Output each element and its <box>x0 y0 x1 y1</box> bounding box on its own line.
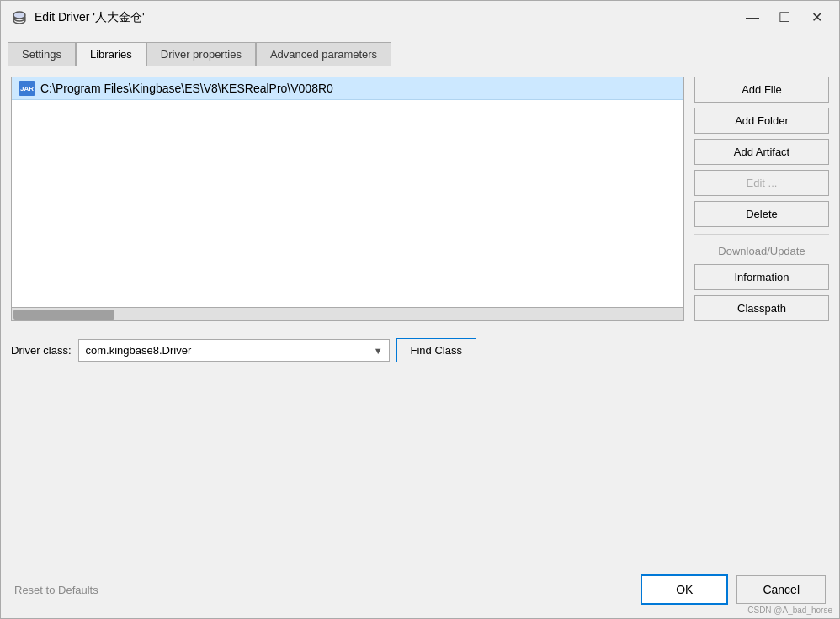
add-file-button[interactable]: Add File <box>694 77 829 103</box>
watermark: CSDN @A_bad_horse <box>747 606 832 615</box>
bottom-bar: Reset to Defaults OK Cancel <box>1 566 839 618</box>
add-folder-button[interactable]: Add Folder <box>694 108 829 134</box>
cancel-button[interactable]: Cancel <box>736 575 826 604</box>
list-item[interactable]: JAR C:\Program Files\Kingbase\ES\V8\KESR… <box>12 77 683 100</box>
title-bar: Edit Driver '人大金仓' — ☐ ✕ <box>1 1 839 34</box>
tab-advanced-parameters[interactable]: Advanced parameters <box>256 42 391 66</box>
information-button[interactable]: Information <box>694 264 829 290</box>
classpath-button[interactable]: Classpath <box>694 295 829 321</box>
tab-bar: Settings Libraries Driver properties Adv… <box>1 34 839 66</box>
find-class-button[interactable]: Find Class <box>396 338 476 362</box>
scrollbar-thumb[interactable] <box>13 310 114 320</box>
button-panel: Add File Add Folder Add Artifact Edit ..… <box>694 77 829 321</box>
content-area: JAR C:\Program Files\Kingbase\ES\V8\KESR… <box>1 66 839 331</box>
file-path: C:\Program Files\Kingbase\ES\V8\KESRealP… <box>40 82 333 95</box>
ok-button[interactable]: OK <box>641 574 728 605</box>
tab-driver-properties[interactable]: Driver properties <box>146 42 256 66</box>
file-list-panel: JAR C:\Program Files\Kingbase\ES\V8\KESR… <box>11 77 684 321</box>
minimize-button[interactable]: — <box>740 8 765 28</box>
maximize-button[interactable]: ☐ <box>772 8 797 28</box>
driver-class-label: Driver class: <box>11 344 72 357</box>
add-artifact-button[interactable]: Add Artifact <box>694 139 829 165</box>
divider <box>694 234 829 235</box>
window-icon <box>11 9 28 26</box>
spacer <box>1 369 839 566</box>
edit-button[interactable]: Edit ... <box>694 170 829 196</box>
download-update-label: Download/Update <box>694 241 829 259</box>
driver-class-select[interactable]: com.kingbase8.Driver <box>78 339 390 362</box>
window-controls: — ☐ ✕ <box>740 8 829 28</box>
svg-point-2 <box>13 12 25 19</box>
reset-to-defaults-button[interactable]: Reset to Defaults <box>14 584 98 596</box>
window-title: Edit Driver '人大金仓' <box>35 10 740 25</box>
driver-class-row: Driver class: com.kingbase8.Driver ▼ Fin… <box>1 331 839 369</box>
horizontal-scrollbar[interactable] <box>12 307 683 320</box>
file-list-content[interactable]: JAR C:\Program Files\Kingbase\ES\V8\KESR… <box>12 77 683 307</box>
delete-button[interactable]: Delete <box>694 201 829 227</box>
driver-class-select-wrapper: com.kingbase8.Driver ▼ <box>78 339 390 362</box>
tab-libraries[interactable]: Libraries <box>76 42 146 66</box>
edit-driver-window: Edit Driver '人大金仓' — ☐ ✕ Settings Librar… <box>0 0 840 619</box>
jar-icon: JAR <box>19 81 35 96</box>
tab-settings[interactable]: Settings <box>8 42 76 66</box>
close-button[interactable]: ✕ <box>804 8 829 28</box>
